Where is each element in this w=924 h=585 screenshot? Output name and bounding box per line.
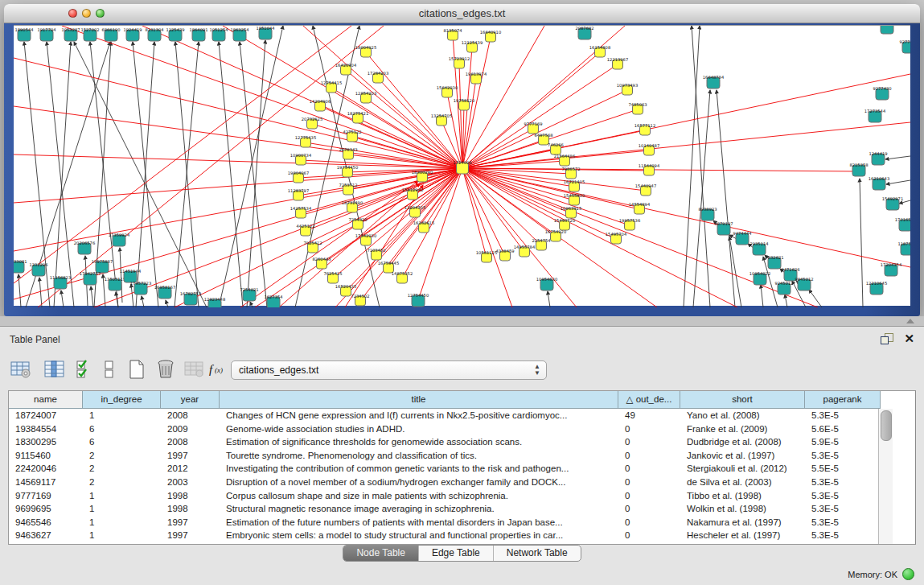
tab-node-table[interactable]: Node Table — [343, 546, 419, 561]
split-divider[interactable] — [0, 316, 924, 326]
table-row[interactable]: 1938455462009Genome-wide association stu… — [9, 422, 881, 436]
graph-node-label: 15455830 — [564, 193, 585, 198]
graph-node-label: 8260443 — [312, 257, 331, 262]
table-cell: 2 — [83, 462, 161, 476]
table-selector-dropdown[interactable]: citations_edges.txt ▲▼ — [231, 360, 547, 380]
column-header-title[interactable]: title — [220, 391, 618, 409]
graph-edge — [133, 42, 158, 307]
graph-node-label: 2254754 — [532, 238, 551, 243]
divider-handle-icon[interactable] — [906, 319, 914, 323]
table-row[interactable]: 969969511998Structural magnetic resonanc… — [9, 502, 881, 516]
graph-node-label: 15440947 — [635, 183, 656, 188]
graph-node-label: 4275122 — [343, 130, 361, 134]
graph-edge — [459, 64, 462, 168]
graph-node-label: 16648784 — [703, 75, 725, 80]
column-header-out_de[interactable]: △ out_de... — [618, 391, 680, 409]
attribute-table: namein_degreeyeartitle△ out_de...shortpa… — [8, 390, 916, 545]
graph-node-label: 14257534 — [290, 206, 312, 211]
graph-node[interactable] — [881, 26, 893, 34]
graph-edge — [14, 168, 462, 299]
graph-node-label: 16210643 — [869, 176, 889, 181]
network-view[interactable]: 1800492516420904127544151420490620732625… — [14, 26, 910, 307]
table-row[interactable]: 1872400712008Changes of HCN gene express… — [9, 409, 881, 422]
graph-node-label: 1917704 — [37, 27, 56, 32]
scrollbar-thumb[interactable] — [881, 410, 892, 441]
table-cell: 2008 — [161, 409, 220, 422]
graph-edge — [39, 278, 42, 307]
table-cell: Estimation of significance thresholds fo… — [220, 435, 618, 449]
new-column-icon[interactable] — [125, 358, 148, 381]
graph-node-label: 19957536 — [619, 218, 640, 223]
graph-node-label: 19804067 — [288, 171, 309, 175]
graph-edge — [693, 90, 710, 307]
graph-edge — [240, 181, 418, 307]
graph-edge — [462, 168, 487, 257]
table-cell: Dudbridge et al. (2008) — [680, 435, 805, 449]
table-row[interactable]: 1456911722003Disruption of a novel membe… — [9, 476, 881, 489]
table-cell: Franke et al. (2009) — [680, 422, 805, 436]
memory-status-label: Memory: OK — [848, 570, 897, 579]
graph-edge — [366, 98, 462, 168]
tab-network-table[interactable]: Network Table — [494, 546, 581, 561]
graph-node-label: 1627354 — [264, 295, 283, 299]
graph-node-label: 14875352 — [392, 271, 413, 276]
table-row[interactable]: 977716911998Corpus callosum shape and si… — [9, 489, 881, 503]
svg-text:f: f — [209, 363, 214, 376]
show-columns-icon[interactable] — [43, 358, 66, 381]
graph-edge — [219, 42, 243, 307]
graph-node-label: 12125439 — [462, 40, 483, 45]
table-cell: 2009 — [161, 422, 220, 436]
table-vertical-scrollbar[interactable] — [878, 409, 893, 544]
column-header-year[interactable]: year — [161, 391, 220, 409]
graph-edge — [729, 237, 741, 307]
select-all-icon[interactable] — [74, 358, 97, 381]
graph-node-label: 18300290 — [412, 170, 433, 175]
graph-node-label: 19975887 — [92, 259, 113, 264]
column-header-pagerank[interactable]: pagerank — [805, 391, 881, 409]
function-builder-icon[interactable]: f(x) — [207, 358, 230, 381]
table-cell: 1998 — [161, 502, 220, 516]
table-cell: 9463627 — [9, 529, 83, 542]
graph-edge — [860, 179, 863, 307]
table-cell: 1997 — [161, 449, 220, 463]
network-canvas[interactable]: 1800492516420904127544151420490620732625… — [14, 25, 910, 306]
graph-edge — [91, 286, 93, 307]
graph-node-label: 16577112 — [634, 123, 655, 128]
float-panel-icon[interactable] — [881, 333, 893, 344]
column-header-name[interactable]: name — [9, 391, 83, 409]
table-row[interactable]: 946554611997Estimation of the future num… — [9, 516, 881, 529]
graph-node-label: 1863254 — [230, 27, 249, 32]
window-titlebar[interactable]: citations_edges.txt — [4, 4, 920, 23]
delete-column-icon[interactable] — [154, 358, 177, 381]
table-cell: 0 — [618, 435, 680, 449]
column-header-in_degree[interactable]: in_degree — [83, 391, 161, 409]
graph-node-label: 19613974 — [466, 72, 487, 76]
graph-node-label: 8131304 — [145, 27, 164, 32]
table-cell: Genome-wide association studies in ADHD. — [220, 422, 618, 436]
table-cell: Structural magnetic resonance image aver… — [220, 502, 618, 516]
table-mode-icon[interactable] — [10, 358, 32, 381]
table-body: 1872400712008Changes of HCN gene express… — [9, 409, 881, 542]
graph-node-label: 1051254 — [209, 27, 228, 32]
table-cell: Stergiakouli et al. (2012) — [680, 462, 805, 476]
graph-node-label: 6497568 — [534, 133, 552, 138]
table-cell: 2003 — [161, 476, 220, 489]
table-row[interactable]: 1830029562008Estimation of significance … — [9, 435, 881, 449]
delete-table-icon[interactable] — [183, 358, 206, 381]
table-row[interactable]: 946362711997Embryonic stem cells: a mode… — [9, 529, 881, 542]
close-panel-icon[interactable]: ✕ — [904, 332, 914, 346]
graph-node-label: 12754450 — [408, 293, 429, 298]
table-cell: 22420046 — [9, 462, 83, 476]
table-row[interactable]: 2242004622012Investigating the contribut… — [9, 462, 881, 476]
column-header-short[interactable]: short — [680, 391, 805, 409]
memory-ok-indicator[interactable] — [902, 568, 914, 580]
tab-edge-table[interactable]: Edge Table — [419, 546, 494, 561]
unselect-all-icon[interactable] — [98, 358, 121, 381]
graph-node-label: 11451944 — [120, 269, 142, 274]
graph-edge — [717, 90, 735, 307]
graph-node-label: 20206576 — [74, 241, 95, 245]
table-cell: 5.3E-5 — [805, 516, 881, 529]
table-header-row: namein_degreeyeartitle△ out_de...shortpa… — [9, 391, 881, 409]
table-panel: Table Panel ✕ f(x) citatio — [0, 326, 924, 585]
table-row[interactable]: 911546021997Tourette syndrome. Phenomeno… — [9, 449, 881, 463]
